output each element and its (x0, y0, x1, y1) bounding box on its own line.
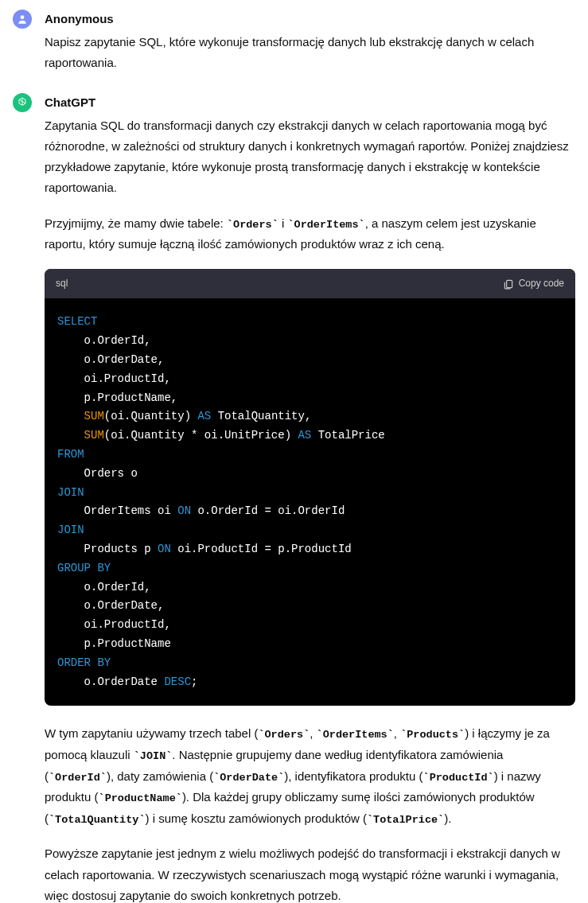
user-avatar (13, 10, 32, 29)
code-line: p.ProductName, (57, 391, 177, 404)
code-line: o.OrderDate, (57, 599, 164, 612)
inline-code: `TotalQuantity` (49, 814, 146, 826)
text-span: ) i sumę kosztu zamówionych produktów ( (146, 812, 367, 825)
sql-keyword: AS (298, 429, 311, 442)
sql-keyword: GROUP BY (57, 562, 111, 574)
user-message: Anonymous Napisz zapytanie SQL, które wy… (0, 0, 588, 84)
code-line: o.OrderId, (57, 581, 151, 594)
code-block-header: sql Copy code (45, 269, 575, 298)
text-span: ), daty zamówienia ( (107, 769, 213, 783)
code-line: Orders o (57, 467, 138, 480)
openai-icon (16, 96, 29, 109)
code-line: o.OrderId, (57, 334, 151, 347)
code-line: o.OrderDate, (57, 353, 164, 366)
code-line: p.ProductName (57, 637, 171, 650)
inline-code: `Products` (400, 729, 465, 741)
inline-code: `OrderId` (49, 772, 107, 784)
sql-keyword: JOIN (57, 524, 84, 536)
inline-code: `JOIN` (134, 750, 173, 762)
assistant-p1: Zapytania SQL do transformacji danych cz… (45, 115, 575, 199)
assistant-message: ChatGPT Zapytania SQL do transformacji d… (0, 84, 588, 904)
code-span: (oi.Quantity * oi.UnitPrice) (104, 429, 298, 442)
code-lang-label: sql (56, 275, 68, 292)
inline-code: `Orders` (227, 219, 278, 231)
user-prompt: Napisz zapytanie SQL, które wykonuje tra… (45, 32, 575, 74)
code-span: (oi.Quantity) (104, 410, 198, 422)
code-span: TotalQuantity, (211, 410, 311, 422)
code-line: oi.ProductId, (57, 618, 171, 631)
assistant-author: ChatGPT (45, 93, 575, 112)
text-span: i (278, 216, 288, 230)
text-span: , (394, 726, 400, 740)
code-span: Products p (57, 543, 158, 555)
sql-function: SUM (84, 410, 104, 422)
sql-keyword: FROM (57, 448, 84, 461)
assistant-p4: Powyższe zapytanie jest jednym z wielu m… (45, 843, 575, 903)
clipboard-icon (503, 278, 514, 290)
code-block: sql Copy code SELECT o.OrderId, o.OrderD… (45, 269, 575, 706)
user-text: Napisz zapytanie SQL, które wykonuje tra… (45, 32, 575, 74)
inline-code: `ProductName` (99, 792, 182, 804)
text-span: , (310, 726, 316, 740)
person-icon (17, 14, 28, 25)
sql-keyword: JOIN (57, 486, 84, 499)
code-span: oi.ProductId = p.ProductId (171, 543, 352, 555)
inline-code: `OrderItems` (287, 219, 364, 231)
sql-keyword: ORDER BY (57, 656, 111, 669)
code-span: TotalPrice (311, 429, 384, 442)
assistant-avatar (13, 93, 32, 112)
sql-keyword: ON (158, 543, 171, 555)
code-line: oi.ProductId, (57, 372, 171, 385)
sql-keyword: AS (197, 410, 211, 422)
copy-code-label: Copy code (519, 275, 564, 292)
sql-keyword: DESC (164, 675, 191, 688)
inline-code: `Orders` (258, 729, 310, 741)
svg-rect-1 (506, 280, 512, 287)
code-span: ; (191, 675, 197, 688)
code-span: o.OrderId = oi.OrderId (191, 504, 345, 517)
assistant-p2: Przyjmijmy, że mamy dwie tabele: `Orders… (45, 213, 575, 255)
inline-code: `OrderItems` (317, 729, 394, 741)
inline-code: `OrderDate` (213, 772, 284, 784)
text-span: ), identyfikatora produktu ( (284, 769, 423, 783)
assistant-text: Zapytania SQL do transformacji danych cz… (45, 115, 575, 904)
inline-code: `ProductId` (423, 772, 494, 784)
assistant-p3: W tym zapytaniu używamy trzech tabel (`O… (45, 723, 575, 829)
sql-keyword: ON (177, 504, 191, 517)
code-block-body[interactable]: SELECT o.OrderId, o.OrderDate, oi.Produc… (45, 298, 575, 706)
copy-code-button[interactable]: Copy code (503, 275, 564, 292)
text-span: ). (444, 812, 451, 825)
svg-point-0 (21, 15, 25, 19)
sql-function: SUM (84, 429, 104, 442)
inline-code: `TotalPrice` (367, 814, 444, 826)
sql-keyword: SELECT (57, 315, 97, 328)
text-span: W tym zapytaniu używamy trzech tabel ( (45, 726, 258, 740)
code-span: o.OrderDate (57, 675, 164, 688)
code-span: OrderItems oi (57, 504, 177, 517)
text-span: Przyjmijmy, że mamy dwie tabele: (45, 216, 227, 230)
user-author: Anonymous (45, 10, 575, 29)
